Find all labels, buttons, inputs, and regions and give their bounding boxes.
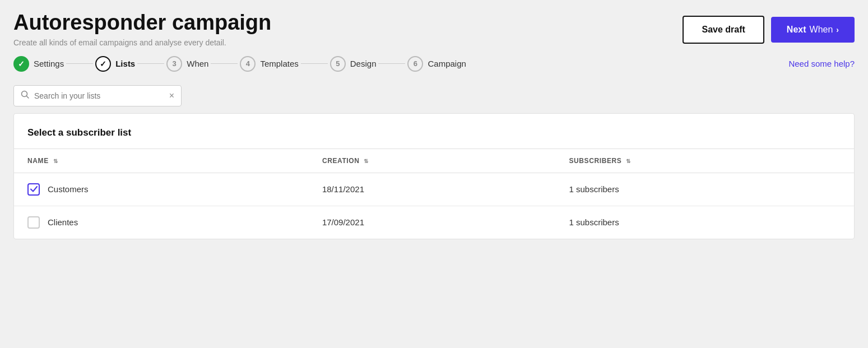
cell-subscribers: 1 subscribers	[555, 173, 854, 206]
help-link[interactable]: Need some help?	[788, 59, 855, 68]
list-header: Select a subscriber list	[14, 114, 854, 149]
when-label: When	[810, 25, 833, 35]
step-circle-campaign: 6	[407, 56, 423, 72]
step-connector-3	[211, 63, 238, 64]
cell-creation: 18/11/2021	[309, 173, 556, 206]
row-name: Customers	[48, 184, 89, 194]
step-design[interactable]: 5 Design	[330, 56, 377, 72]
step-label-settings: Settings	[34, 59, 64, 68]
next-button[interactable]: Next When ›	[771, 17, 855, 43]
table-row[interactable]: Clientes17/09/20211 subscribers	[14, 206, 854, 239]
step-circle-settings: ✓	[13, 56, 29, 72]
step-settings[interactable]: ✓ Settings	[13, 56, 64, 72]
subscriber-table: NAME ⇅ CREATION ⇅ SUBSCRIBERS ⇅ Customer…	[14, 149, 854, 239]
step-label-design: Design	[350, 59, 377, 68]
search-icon	[21, 90, 30, 101]
step-connector-5	[378, 63, 405, 64]
table-row[interactable]: Customers18/11/20211 subscribers	[14, 173, 854, 206]
chevron-icon: ›	[836, 25, 839, 34]
cell-creation: 17/09/2021	[309, 206, 556, 239]
row-name: Clientes	[48, 217, 78, 227]
next-label: Next	[787, 25, 806, 35]
main-content: Select a subscriber list NAME ⇅ CREATION…	[13, 113, 855, 239]
col-creation[interactable]: CREATION ⇅	[309, 149, 556, 173]
sort-icon-creation: ⇅	[364, 158, 369, 164]
col-name[interactable]: NAME ⇅	[14, 149, 309, 173]
search-row: ×	[0, 81, 868, 113]
table-header-row: NAME ⇅ CREATION ⇅ SUBSCRIBERS ⇅	[14, 149, 854, 173]
list-header-title: Select a subscriber list	[27, 127, 131, 138]
step-circle-templates: 4	[240, 56, 256, 72]
step-label-when: When	[187, 59, 208, 68]
step-connector-4	[301, 63, 328, 64]
search-clear-icon[interactable]: ×	[169, 91, 174, 100]
row-checkbox[interactable]	[27, 183, 40, 196]
search-box: ×	[13, 85, 182, 106]
step-campaign[interactable]: 6 Campaign	[407, 56, 466, 72]
top-bar: Autoresponder campaign Create all kinds …	[0, 0, 868, 56]
search-input[interactable]	[34, 91, 165, 100]
step-templates[interactable]: 4 Templates	[240, 56, 298, 72]
step-label-templates: Templates	[260, 59, 298, 68]
page-title: Autoresponder campaign	[13, 11, 271, 35]
sort-icon-subscribers: ⇅	[626, 158, 631, 164]
sort-icon-name: ⇅	[53, 158, 58, 164]
step-circle-when: 3	[166, 56, 182, 72]
step-label-lists: Lists	[115, 59, 135, 68]
cell-name: Clientes	[14, 206, 309, 239]
top-actions: Save draft Next When ›	[683, 11, 855, 44]
row-checkbox[interactable]	[27, 216, 40, 229]
step-circle-lists: ✓	[95, 56, 111, 72]
cell-subscribers: 1 subscribers	[555, 206, 854, 239]
title-block: Autoresponder campaign Create all kinds …	[13, 11, 271, 47]
stepper-row: ✓ Settings ✓ Lists 3 When 4 Templates 5 …	[0, 56, 868, 81]
step-connector-2	[137, 63, 164, 64]
stepper: ✓ Settings ✓ Lists 3 When 4 Templates 5 …	[13, 56, 466, 72]
step-connector-1	[66, 63, 93, 64]
step-when[interactable]: 3 When	[166, 56, 208, 72]
save-draft-button[interactable]: Save draft	[683, 16, 764, 44]
step-circle-design: 5	[330, 56, 346, 72]
col-subscribers[interactable]: SUBSCRIBERS ⇅	[555, 149, 854, 173]
step-lists[interactable]: ✓ Lists	[95, 56, 135, 72]
cell-name: Customers	[14, 173, 309, 206]
page-subtitle: Create all kinds of email campaigns and …	[13, 38, 271, 47]
step-label-campaign: Campaign	[428, 59, 466, 68]
